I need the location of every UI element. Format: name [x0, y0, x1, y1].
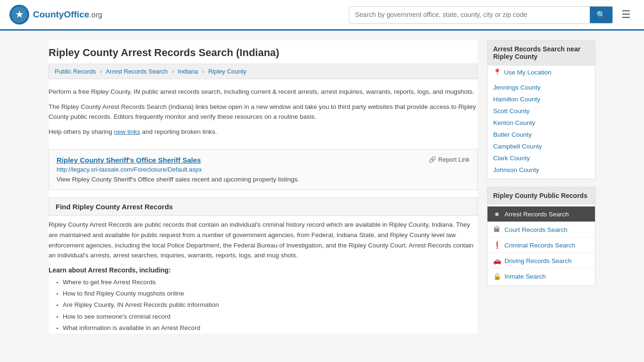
criminal-records-icon: ❗ — [493, 241, 501, 249]
list-item: How to see someone's criminal record — [63, 311, 478, 322]
main-container: Ripley County Arrest Records Search (Ind… — [39, 31, 605, 343]
learn-bullets: Where to get free Arrest Records How to … — [49, 277, 478, 334]
kenton-county-link[interactable]: Kenton County — [493, 119, 535, 126]
page-title: Ripley County Arrest Records Search (Ind… — [49, 40, 478, 64]
list-item[interactable]: Clark County — [487, 152, 595, 164]
find-section-title: Find Ripley County Arrest Records — [56, 203, 173, 211]
scott-county-link[interactable]: Scott County — [493, 107, 529, 115]
arrest-records-search-link[interactable]: Arrest Records Search — [504, 211, 569, 218]
court-records-search-link[interactable]: Court Records Search — [504, 226, 568, 233]
nearby-county-list: Jennings County Hamilton County Scott Co… — [487, 79, 595, 179]
find-section-body: Ripley County Arrest Records are public … — [49, 220, 478, 260]
sidebar: Arrest Records Search near Ripley County… — [487, 40, 595, 334]
location-icon: 📍 — [493, 68, 501, 76]
find-section-header: Find Ripley County Arrest Records — [49, 197, 478, 216]
search-input[interactable] — [349, 7, 590, 22]
public-records-header: Ripley County Public Records — [487, 187, 595, 205]
link-url[interactable]: http://legacy.sri-taxsale.com/Foreclosur… — [57, 166, 470, 173]
report-link-icon: 🔗 — [429, 156, 436, 163]
description-2: The Ripley County Arrest Records Search … — [49, 102, 478, 127]
list-item[interactable]: Kenton County — [487, 117, 595, 129]
hamilton-county-link[interactable]: Hamilton County — [493, 96, 540, 103]
inmate-search-item[interactable]: 🔒 Inmate Search — [487, 269, 595, 284]
inmate-search-link[interactable]: Inmate Search — [504, 273, 546, 280]
search-bar: 🔍 — [349, 6, 613, 24]
criminal-records-search-link[interactable]: Criminal Records Search — [504, 242, 575, 249]
inmate-search-icon: 🔒 — [493, 272, 501, 280]
breadcrumb-arrest-records-search[interactable]: Arrest Records Search — [106, 68, 168, 75]
use-location-item[interactable]: 📍 Use My Location — [487, 66, 595, 79]
criminal-records-search-item[interactable]: ❗ Criminal Records Search — [487, 238, 595, 253]
list-item: Where to get free Arrest Records — [63, 277, 478, 288]
court-records-search-item[interactable]: 🏛 Court Records Search — [487, 222, 595, 238]
list-item[interactable]: Butler County — [487, 129, 595, 140]
public-records-list: ■ Arrest Records Search 🏛 Court Records … — [487, 205, 595, 286]
driving-records-search-link[interactable]: Driving Records Search — [504, 257, 572, 264]
arrest-records-search-item[interactable]: ■ Arrest Records Search — [487, 206, 595, 222]
breadcrumb: Public Records › Arrest Records Search ›… — [49, 64, 478, 79]
list-item: What information is available in an Arre… — [63, 322, 478, 334]
description-3: Help others by sharing new links and rep… — [49, 127, 478, 142]
site-logo-icon: ★ — [9, 5, 29, 25]
breadcrumb-ripley-county[interactable]: Ripley County — [208, 68, 247, 75]
butler-county-link[interactable]: Butler County — [493, 131, 532, 138]
description-1: Perform a free Ripley County, IN public … — [49, 87, 478, 102]
link-description: View Ripley County Sheriff's Office sher… — [57, 176, 470, 183]
driving-records-icon: 🚗 — [493, 257, 501, 264]
driving-records-search-item[interactable]: 🚗 Driving Records Search — [487, 253, 595, 269]
breadcrumb-indiana[interactable]: Indiana — [178, 68, 198, 75]
public-records-section: Ripley County Public Records ■ Arrest Re… — [487, 187, 595, 286]
logo-text: CountyOffice.org — [33, 9, 102, 20]
content-area: Ripley County Arrest Records Search (Ind… — [49, 40, 478, 334]
campbell-county-link[interactable]: Campbell County — [493, 143, 542, 150]
nearby-section-header: Arrest Records Search near Ripley County — [487, 41, 595, 66]
court-records-icon: 🏛 — [493, 226, 501, 233]
new-links-link[interactable]: new links — [114, 128, 140, 135]
nearby-section: Arrest Records Search near Ripley County… — [487, 40, 595, 179]
report-link-button[interactable]: 🔗 Report Link — [429, 156, 470, 163]
breadcrumb-public-records[interactable]: Public Records — [55, 68, 96, 75]
link-card: Ripley County Sheriff's Office Sheriff S… — [49, 149, 478, 190]
list-item[interactable]: Scott County — [487, 105, 595, 117]
list-item[interactable]: Campbell County — [487, 140, 595, 152]
clark-county-link[interactable]: Clark County — [493, 155, 530, 162]
list-item: How to find Ripley County mugshots onlin… — [63, 288, 478, 299]
logo-area: ★ CountyOffice.org — [9, 5, 102, 25]
menu-button[interactable]: ☰ — [618, 7, 635, 23]
learn-title: Learn about Arrest Records, including: — [49, 266, 478, 274]
list-item[interactable]: Jennings County — [487, 82, 595, 93]
site-header: ★ CountyOffice.org 🔍 ☰ — [0, 0, 644, 31]
list-item[interactable]: Johnson County — [487, 164, 595, 176]
johnson-county-link[interactable]: Johnson County — [493, 166, 539, 173]
link-card-title[interactable]: Ripley County Sheriff's Office Sheriff S… — [57, 156, 201, 164]
use-my-location-link[interactable]: Use My Location — [504, 69, 552, 76]
svg-text:★: ★ — [16, 10, 24, 19]
list-item: Are Ripley County, IN Arrest Records pub… — [63, 299, 478, 311]
list-item[interactable]: Hamilton County — [487, 93, 595, 105]
jennings-county-link[interactable]: Jennings County — [493, 84, 541, 91]
arrest-records-icon: ■ — [493, 210, 501, 218]
search-button[interactable]: 🔍 — [590, 7, 612, 23]
header-right: 🔍 ☰ — [349, 6, 635, 24]
